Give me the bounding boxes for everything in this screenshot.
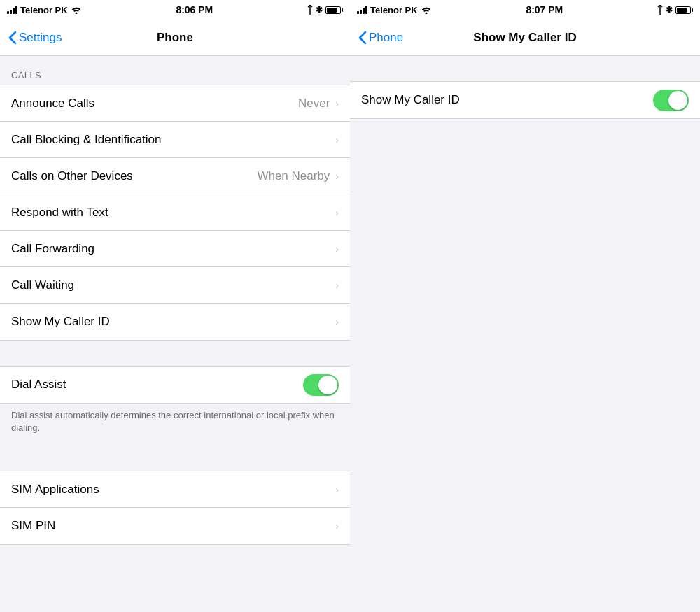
calls-other-devices-label: Calls on Other Devices bbox=[11, 169, 133, 183]
dial-assist-description: Dial assist automatically determines the… bbox=[0, 404, 350, 446]
sim-applications-item[interactable]: SIM Applications › bbox=[0, 471, 350, 508]
battery-2 bbox=[676, 6, 693, 14]
announce-calls-value: Never bbox=[298, 97, 330, 111]
toggle-knob-2 bbox=[668, 91, 687, 110]
call-forwarding-right: › bbox=[334, 243, 339, 255]
dial-assist-label: Dial Assist bbox=[11, 378, 66, 392]
signal-bars-2 bbox=[357, 6, 368, 14]
sim-list-group: SIM Applications › SIM PIN › bbox=[0, 471, 350, 545]
call-forwarding-item[interactable]: Call Forwarding › bbox=[0, 231, 350, 267]
announce-calls-right: Never › bbox=[298, 97, 339, 111]
call-waiting-right: › bbox=[334, 280, 339, 291]
nav-title-1: Phone bbox=[157, 31, 193, 45]
announce-calls-chevron: › bbox=[335, 98, 339, 109]
calls-other-devices-right: When Nearby › bbox=[257, 169, 339, 183]
announce-calls-label: Announce Calls bbox=[11, 97, 94, 111]
respond-text-chevron: › bbox=[335, 207, 339, 218]
calls-other-devices-value: When Nearby bbox=[257, 169, 330, 183]
calls-other-devices-item[interactable]: Calls on Other Devices When Nearby › bbox=[0, 158, 350, 194]
location-icon-2 bbox=[657, 5, 663, 15]
status-left-2: Telenor PK bbox=[357, 5, 432, 15]
wifi-icon-2 bbox=[421, 6, 432, 14]
signal-bars-1 bbox=[7, 6, 18, 14]
sim-applications-chevron: › bbox=[335, 484, 339, 495]
location-icon-1 bbox=[307, 5, 313, 15]
call-waiting-label: Call Waiting bbox=[11, 278, 74, 292]
back-label-1: Settings bbox=[19, 31, 62, 45]
sim-pin-right: › bbox=[334, 520, 339, 532]
call-blocking-chevron: › bbox=[335, 134, 339, 145]
call-forwarding-label: Call Forwarding bbox=[11, 242, 94, 256]
carrier-2: Telenor PK bbox=[370, 5, 418, 15]
sim-pin-item[interactable]: SIM PIN › bbox=[0, 508, 350, 544]
sim-applications-label: SIM Applications bbox=[11, 483, 99, 497]
sim-pin-chevron: › bbox=[335, 520, 339, 532]
caller-id-section: Show My Caller ID bbox=[350, 81, 700, 119]
call-blocking-right: › bbox=[334, 134, 339, 145]
spacer-3 bbox=[0, 545, 350, 570]
respond-text-right: › bbox=[334, 207, 339, 218]
calls-section-header: CALLS bbox=[0, 56, 350, 85]
call-blocking-label: Call Blocking & Identification bbox=[11, 133, 162, 147]
call-waiting-chevron: › bbox=[335, 280, 339, 291]
phone-settings-screen: Telenor PK 8:06 PM ✱ bbox=[0, 0, 350, 612]
dial-assist-toggle[interactable] bbox=[303, 374, 339, 396]
caller-id-screen: Telenor PK 8:07 PM ✱ Phone bbox=[350, 0, 700, 612]
calls-other-devices-chevron: › bbox=[335, 171, 339, 182]
spacer-2 bbox=[0, 446, 350, 471]
show-caller-id-item-1[interactable]: Show My Caller ID › bbox=[0, 304, 350, 340]
status-right-1: ✱ bbox=[307, 5, 343, 15]
calls-list-group: Announce Calls Never › Call Blocking & I… bbox=[0, 85, 350, 341]
dial-assist-item[interactable]: Dial Assist bbox=[0, 367, 350, 403]
call-forwarding-chevron: › bbox=[335, 243, 339, 255]
time-2: 8:07 PM bbox=[526, 4, 563, 15]
toggle-knob-1 bbox=[318, 376, 337, 394]
battery-1 bbox=[326, 6, 343, 14]
show-caller-id-right-1: › bbox=[334, 316, 339, 327]
wifi-icon-1 bbox=[71, 6, 82, 14]
show-caller-id-label-1: Show My Caller ID bbox=[11, 315, 110, 329]
back-button-1[interactable]: Settings bbox=[8, 31, 62, 45]
caller-id-list-group: Show My Caller ID bbox=[350, 81, 700, 119]
content-2: Show My Caller ID bbox=[350, 56, 700, 612]
caller-id-item-label: Show My Caller ID bbox=[361, 93, 460, 107]
dial-assist-group: Dial Assist bbox=[0, 366, 350, 404]
status-bar-1: Telenor PK 8:06 PM ✱ bbox=[0, 0, 350, 20]
status-bar-2: Telenor PK 8:07 PM ✱ bbox=[350, 0, 700, 20]
status-right-2: ✱ bbox=[657, 5, 693, 15]
spacer-1 bbox=[0, 341, 350, 366]
bt-icon-2: ✱ bbox=[666, 5, 673, 15]
nav-bar-1: Settings Phone bbox=[0, 20, 350, 56]
back-chevron-icon-2 bbox=[358, 31, 367, 45]
back-label-2: Phone bbox=[369, 31, 403, 45]
respond-text-label: Respond with Text bbox=[11, 206, 108, 220]
bt-icon-1: ✱ bbox=[316, 5, 323, 15]
back-chevron-icon-1 bbox=[8, 31, 17, 45]
announce-calls-item[interactable]: Announce Calls Never › bbox=[0, 85, 350, 122]
sim-applications-right: › bbox=[334, 484, 339, 495]
status-left-1: Telenor PK bbox=[7, 5, 82, 15]
nav-bar-2: Phone Show My Caller ID bbox=[350, 20, 700, 56]
time-1: 8:06 PM bbox=[176, 4, 213, 15]
sim-pin-label: SIM PIN bbox=[11, 519, 55, 533]
show-caller-id-chevron-1: › bbox=[335, 316, 339, 327]
call-waiting-item[interactable]: Call Waiting › bbox=[0, 267, 350, 304]
respond-text-item[interactable]: Respond with Text › bbox=[0, 194, 350, 231]
call-blocking-item[interactable]: Call Blocking & Identification › bbox=[0, 122, 350, 158]
nav-title-2: Show My Caller ID bbox=[473, 31, 576, 45]
carrier-1: Telenor PK bbox=[20, 5, 68, 15]
back-button-2[interactable]: Phone bbox=[358, 31, 403, 45]
caller-id-toggle[interactable] bbox=[653, 90, 689, 111]
content-1: CALLS Announce Calls Never › Call Blocki… bbox=[0, 56, 350, 612]
caller-id-toggle-item[interactable]: Show My Caller ID bbox=[350, 82, 700, 118]
